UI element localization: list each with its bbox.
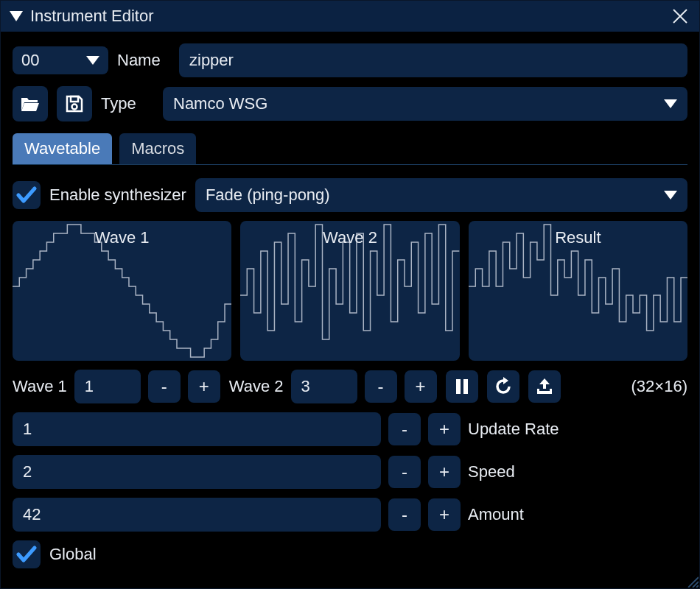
global-label: Global	[49, 545, 97, 564]
restart-button[interactable]	[487, 370, 519, 403]
svg-marker-6	[664, 99, 677, 108]
enable-synth-label: Enable synthesizer	[49, 186, 186, 205]
wave2-num-input[interactable]	[291, 370, 357, 403]
pause-icon	[455, 378, 469, 395]
instrument-number-value: 00	[21, 51, 39, 70]
wave1-minus-button[interactable]: -	[148, 370, 181, 403]
wave1-num-input[interactable]	[74, 370, 141, 403]
refresh-icon	[494, 377, 513, 396]
name-input[interactable]	[179, 43, 687, 77]
wave1-title: Wave 1	[13, 228, 231, 247]
wave2-num-label: Wave 2	[229, 377, 284, 396]
wave1-panel[interactable]: Wave 1	[13, 221, 231, 361]
resize-grip-icon[interactable]	[685, 574, 699, 588]
upload-button[interactable]	[528, 370, 561, 403]
synth-mode-select[interactable]: Fade (ping-pong)	[195, 178, 687, 212]
wave1-plus-button[interactable]: +	[188, 370, 220, 403]
chevron-down-icon	[664, 99, 677, 108]
pause-button[interactable]	[446, 370, 478, 403]
open-button[interactable]	[13, 86, 48, 121]
speed-label: Speed	[468, 462, 515, 482]
global-checkbox[interactable]	[13, 540, 41, 568]
svg-rect-14	[550, 389, 552, 392]
svg-point-5	[72, 105, 77, 110]
type-label: Type	[101, 94, 154, 113]
amount-label: Amount	[468, 505, 524, 524]
synth-mode-value: Fade (ping-pong)	[206, 186, 330, 205]
type-value: Namco WSG	[173, 94, 267, 113]
titlebar[interactable]: Instrument Editor	[1, 1, 699, 32]
result-panel[interactable]: Result	[469, 221, 687, 361]
wave2-panel[interactable]: Wave 2	[240, 221, 459, 361]
speed-minus-button[interactable]: -	[388, 456, 421, 488]
tab-wavetable[interactable]: Wavetable	[13, 133, 112, 164]
check-icon	[16, 186, 37, 204]
wave1-num-label: Wave 1	[13, 377, 67, 396]
update-rate-plus-button[interactable]: +	[428, 413, 461, 445]
svg-marker-0	[10, 11, 23, 21]
collapse-icon[interactable]	[10, 11, 23, 21]
result-title: Result	[469, 228, 687, 247]
window-title: Instrument Editor	[30, 7, 670, 26]
tabs: Wavetable Macros	[13, 133, 687, 165]
tab-macros[interactable]: Macros	[119, 133, 196, 164]
check-icon	[16, 546, 37, 563]
type-select[interactable]: Namco WSG	[163, 87, 687, 121]
instrument-number-select[interactable]: 00	[13, 46, 108, 74]
svg-marker-3	[86, 56, 99, 65]
save-icon	[65, 94, 84, 113]
enable-synth-checkbox[interactable]	[13, 181, 41, 209]
svg-rect-13	[537, 389, 539, 392]
amount-input[interactable]	[13, 498, 381, 532]
update-rate-minus-button[interactable]: -	[388, 413, 421, 445]
wave-dimensions: (32×16)	[631, 377, 687, 396]
wave2-plus-button[interactable]: +	[405, 370, 437, 403]
update-rate-input[interactable]	[13, 412, 381, 446]
speed-plus-button[interactable]: +	[428, 456, 461, 488]
svg-rect-4	[71, 96, 78, 102]
speed-input[interactable]	[13, 455, 381, 489]
chevron-down-icon	[664, 191, 677, 200]
close-icon	[672, 8, 688, 24]
folder-open-icon	[20, 95, 41, 113]
svg-marker-10	[503, 377, 508, 384]
chevron-down-icon	[86, 56, 99, 65]
name-label: Name	[117, 51, 170, 70]
svg-line-17	[696, 585, 699, 588]
amount-plus-button[interactable]: +	[428, 498, 461, 531]
save-button[interactable]	[57, 86, 92, 121]
svg-rect-8	[456, 379, 461, 394]
close-button[interactable]	[670, 6, 690, 27]
update-rate-label: Update Rate	[468, 420, 559, 439]
wave2-title: Wave 2	[240, 228, 459, 247]
wave2-minus-button[interactable]: -	[365, 370, 397, 403]
svg-rect-9	[463, 379, 468, 394]
svg-marker-7	[664, 191, 677, 200]
amount-minus-button[interactable]: -	[388, 498, 421, 531]
svg-marker-11	[539, 378, 550, 389]
upload-icon	[535, 378, 554, 395]
